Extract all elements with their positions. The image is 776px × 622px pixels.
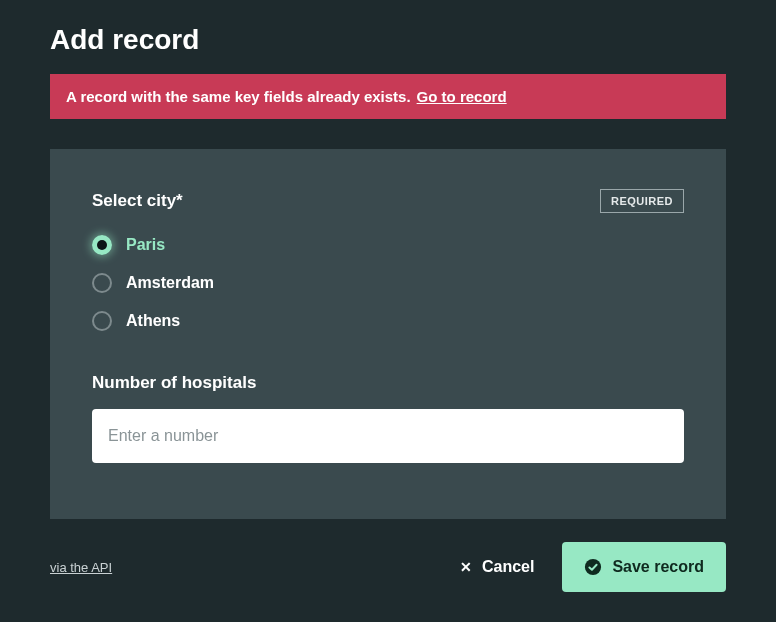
error-banner: A record with the same key fields alread… <box>50 74 726 119</box>
page-title: Add record <box>50 24 726 56</box>
city-radio-group: Paris Amsterdam Athens <box>92 235 684 331</box>
radio-icon <box>92 311 112 331</box>
radio-label: Athens <box>126 312 180 330</box>
check-circle-icon <box>584 558 602 576</box>
cancel-label: Cancel <box>482 558 534 576</box>
via-api-link[interactable]: via the API <box>50 560 112 575</box>
radio-label: Paris <box>126 236 165 254</box>
radio-option-amsterdam[interactable]: Amsterdam <box>92 273 684 293</box>
hospitals-field-label: Number of hospitals <box>92 373 684 393</box>
save-label: Save record <box>612 558 704 576</box>
error-message: A record with the same key fields alread… <box>66 88 411 105</box>
close-icon: ✕ <box>460 560 472 574</box>
svg-point-0 <box>585 559 601 575</box>
radio-icon <box>92 273 112 293</box>
radio-option-paris[interactable]: Paris <box>92 235 684 255</box>
radio-icon <box>92 235 112 255</box>
city-field-label: Select city* <box>92 191 183 211</box>
radio-option-athens[interactable]: Athens <box>92 311 684 331</box>
go-to-record-link[interactable]: Go to record <box>417 88 507 105</box>
radio-label: Amsterdam <box>126 274 214 292</box>
form-card: Select city* REQUIRED Paris Amsterdam At… <box>50 149 726 519</box>
required-badge: REQUIRED <box>600 189 684 213</box>
save-record-button[interactable]: Save record <box>562 542 726 592</box>
hospitals-input[interactable] <box>92 409 684 463</box>
cancel-button[interactable]: ✕ Cancel <box>460 558 534 576</box>
